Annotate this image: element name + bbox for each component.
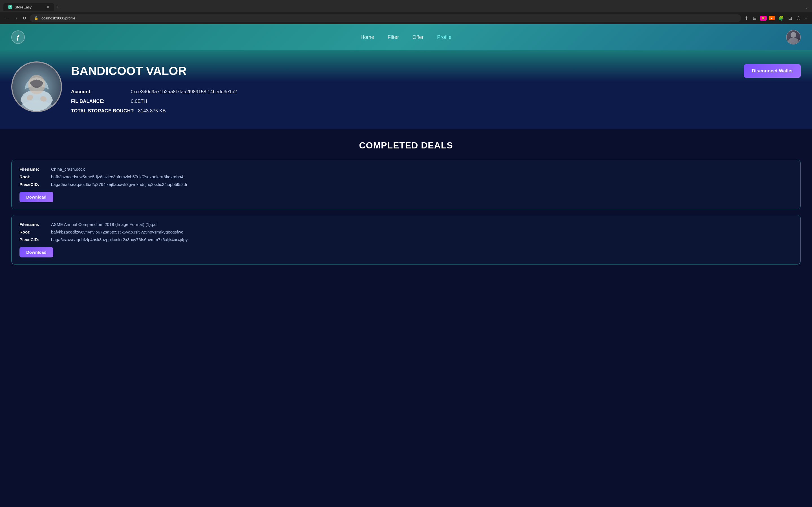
tab-list-button[interactable]: ⌄ — [805, 4, 809, 10]
deal-1-filename-value: ASME Annual Compendium 2019 (Image Forma… — [51, 222, 158, 227]
tab-favicon: ƒ — [8, 5, 12, 9]
lock-icon: 🔒 — [34, 16, 38, 20]
header-avatar[interactable] — [786, 30, 801, 45]
deal-1-piececid-label: PieceCID: — [19, 237, 48, 242]
deal-0-root-value: bafk2bzacedsnw5rme5djz6tsziec3nfnmzlxh57… — [51, 174, 183, 179]
deal-1-root-label: Root: — [19, 230, 48, 234]
brave-award-button[interactable]: ▲ — [769, 16, 775, 20]
deal-0-root-label: Root: — [19, 174, 48, 179]
brave-shield-button[interactable]: 🦁 — [760, 16, 767, 20]
fil-balance-label: FIL BALANCE: — [71, 99, 128, 104]
account-label: Account: — [71, 89, 128, 95]
deal-card-0: Filename: China_crash.docx Root: bafk2bz… — [11, 160, 801, 209]
profile-info: BANDICOOT VALOR Account: 0xce340d9a71b2a… — [71, 61, 237, 118]
fil-balance-value: 0.0ETH — [131, 99, 147, 104]
profile-avatar — [11, 61, 62, 112]
avatar-image — [12, 62, 61, 111]
forward-button[interactable]: → — [12, 14, 19, 22]
deal-0-piececid-value: baga6ea4seaqaozl5a2q3764ixej6aoxwk3gwnkn… — [51, 182, 187, 187]
url-text: localhost:3000/profile — [41, 16, 75, 20]
download-button-1[interactable]: Download — [19, 247, 53, 258]
deal-0-filename-value: China_crash.docx — [51, 167, 85, 172]
tab-close-button[interactable]: ✕ — [46, 5, 50, 9]
share-button[interactable]: ⬆ — [744, 14, 749, 22]
deal-1-filename-row: Filename: ASME Annual Compendium 2019 (I… — [19, 222, 793, 227]
main-content: COMPLETED DEALS Filename: China_crash.do… — [0, 129, 812, 298]
deal-0-piececid-row: PieceCID: baga6ea4seaqaozl5a2q3764ixej6a… — [19, 182, 793, 187]
bookmark-button[interactable]: ⊟ — [752, 14, 758, 22]
browser-chrome: ƒ StoreEasy ✕ + ⌄ ← → ↻ 🔒 localhost:3000… — [0, 0, 812, 24]
deal-0-root-row: Root: bafk2bzacedsnw5rme5djz6tsziec3nfnm… — [19, 174, 793, 179]
deal-card-1: Filename: ASME Annual Compendium 2019 (I… — [11, 215, 801, 265]
new-tab-button[interactable]: + — [56, 4, 59, 10]
deal-0-piececid-label: PieceCID: — [19, 182, 48, 187]
storage-value: 8143.875 KB — [138, 108, 165, 114]
extensions-button[interactable]: 🧩 — [777, 14, 785, 22]
app-logo: ƒ — [11, 31, 25, 44]
completed-deals-title: COMPLETED DEALS — [11, 140, 801, 151]
app-header: ƒ Home Filter Offer Profile — [0, 24, 812, 50]
profile-name: BANDICOOT VALOR — [71, 64, 237, 78]
address-bar: ← → ↻ 🔒 localhost:3000/profile ⬆ ⊟ 🦁 ▲ 🧩… — [0, 12, 812, 24]
deal-0-filename-label: Filename: — [19, 167, 48, 172]
url-field[interactable]: 🔒 localhost:3000/profile — [30, 14, 741, 22]
tab-title: StoreEasy — [15, 5, 32, 9]
nav-filter[interactable]: Filter — [388, 34, 399, 40]
nav-home[interactable]: Home — [361, 34, 374, 40]
menu-button[interactable]: ≡ — [804, 14, 809, 22]
deal-1-piececid-value: baga6ea4seaqehfzlp4hsk3nzppjkcnlcr2x3nxy… — [51, 237, 188, 242]
download-button-0[interactable]: Download — [19, 192, 53, 202]
wallet-button[interactable]: ⬡ — [795, 14, 802, 22]
reload-button[interactable]: ↻ — [21, 14, 28, 22]
nav-profile[interactable]: Profile — [437, 34, 451, 40]
back-button[interactable]: ← — [3, 14, 10, 22]
tab-bar: ƒ StoreEasy ✕ + ⌄ — [0, 0, 812, 12]
deal-1-piececid-row: PieceCID: baga6ea4seaqehfzlp4hsk3nzppjkc… — [19, 237, 793, 242]
profile-storage: TOTAL STORAGE BOUGHT: 8143.875 KB — [71, 108, 237, 114]
profile-fil-balance: FIL BALANCE: 0.0ETH — [71, 99, 237, 104]
storage-label: TOTAL STORAGE BOUGHT: — [71, 108, 135, 114]
profile-banner: BANDICOOT VALOR Account: 0xce340d9a71b2a… — [0, 50, 812, 129]
deal-1-filename-label: Filename: — [19, 222, 48, 227]
deal-1-root-row: Root: bafykbzacedfzw6v4vnvjo672sa5tc5stl… — [19, 230, 793, 234]
sidebar-button[interactable]: ⊡ — [787, 14, 793, 22]
profile-account: Account: 0xce340d9a71b2aa8f7faa2f989158f… — [71, 89, 237, 95]
disconnect-wallet-button[interactable]: Disconnect Wallet — [744, 64, 801, 78]
account-value: 0xce340d9a71b2aa8f7faa2f989158f14bede3e1… — [131, 89, 237, 95]
profile-left: BANDICOOT VALOR Account: 0xce340d9a71b2a… — [11, 61, 237, 118]
deal-0-filename-row: Filename: China_crash.docx — [19, 167, 793, 172]
browser-tab[interactable]: ƒ StoreEasy ✕ — [3, 3, 54, 11]
deal-1-root-value: bafykbzacedfzw6v4vnvjo672sa5tc5stlx5yab3… — [51, 230, 183, 234]
nav-offer[interactable]: Offer — [412, 34, 424, 40]
app-nav: Home Filter Offer Profile — [361, 34, 452, 40]
browser-actions: ⬆ ⊟ 🦁 ▲ 🧩 ⊡ ⬡ ≡ — [744, 14, 809, 22]
